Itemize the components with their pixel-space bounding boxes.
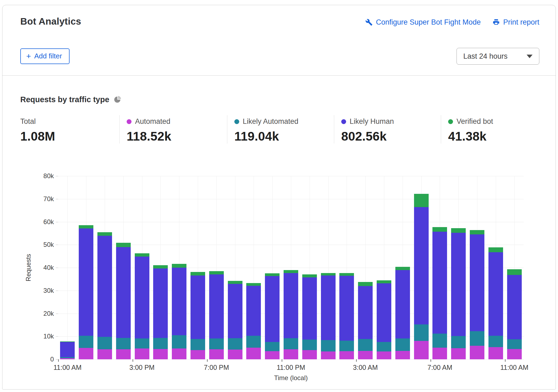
bar-4:00 PM-likely-human	[153, 268, 168, 338]
bar-12:00 AM-verified-bot	[302, 274, 317, 277]
y-tick-label: 60k	[43, 218, 54, 226]
bar-5:00 PM-automated	[172, 348, 186, 359]
bar-5:00 AM-likely-automated	[395, 338, 410, 351]
configure-super-bot-fight-mode-link[interactable]: Configure Super Bot Fight Mode	[365, 18, 481, 26]
bar-11:00 PM-automated	[284, 349, 298, 359]
stat-likely-human-label: Likely Human	[350, 117, 394, 126]
bar-11:00 AM-verified-bot	[60, 341, 75, 342]
y-tick-mark	[56, 245, 58, 245]
bar-12:00 PM-automated	[79, 348, 93, 359]
stat-total-label: Total	[20, 117, 36, 126]
bar-5:00 PM-likely-human	[172, 268, 186, 335]
pie-chart-icon	[114, 96, 121, 103]
bar-1:00 PM-verified-bot	[97, 232, 112, 236]
bar-7:00 AM-automated	[432, 348, 447, 359]
bar-2:00 AM-likely-automated	[339, 341, 354, 351]
card-body: Requests by traffic type Total 1.08M Aut…	[2, 76, 556, 389]
stat-likely-human[interactable]: Likely Human 802.56k	[334, 115, 441, 144]
stat-verified-bot[interactable]: Verified bot 41.38k	[441, 115, 539, 144]
bar-9:00 AM-likely-automated	[470, 331, 484, 346]
stat-total-value: 1.08M	[20, 129, 119, 144]
y-tick-label: 30k	[43, 287, 54, 294]
bar-12:00 PM-likely-human	[79, 228, 93, 336]
bar-3:00 AM-verified-bot	[358, 282, 373, 286]
add-filter-button[interactable]: + Add filter	[20, 48, 70, 64]
bar-10:00 PM-likely-human	[265, 276, 280, 342]
bar-11:00 AM-likely-automated	[507, 339, 522, 349]
bar-11:00 AM-automated	[60, 358, 75, 359]
page-title: Bot Analytics	[20, 16, 81, 27]
bar-8:00 AM-likely-human	[451, 233, 466, 336]
bar-8:00 PM-likely-automated	[228, 338, 242, 350]
likely-human-legend-dot	[341, 119, 346, 124]
x-tick-label: 11:00 AM	[54, 364, 82, 371]
bar-10:00 PM-likely-automated	[265, 342, 280, 351]
bar-7:00 AM-likely-human	[432, 232, 447, 334]
time-range-select[interactable]: Last 24 hours	[457, 48, 539, 65]
bar-7:00 AM-verified-bot	[432, 227, 447, 232]
bar-9:00 PM-likely-automated	[246, 336, 261, 348]
x-tick-mark	[207, 359, 208, 362]
bar-10:00 AM-likely-human	[488, 252, 503, 335]
bar-5:00 PM-likely-automated	[172, 335, 186, 348]
bar-10:00 AM-likely-automated	[488, 336, 503, 347]
x-tick-mark	[133, 359, 133, 362]
x-tick-mark	[356, 359, 357, 362]
bar-12:00 PM-verified-bot	[79, 225, 93, 228]
bar-2:00 PM-verified-bot	[116, 243, 131, 247]
bar-9:00 PM-automated	[246, 348, 261, 359]
stat-likely-automated[interactable]: Likely Automated 119.04k	[227, 115, 334, 144]
bar-2:00 AM-automated	[339, 351, 354, 360]
bar-1:00 PM-automated	[97, 349, 112, 359]
bar-7:00 PM-verified-bot	[209, 271, 224, 275]
bar-5:00 AM-likely-human	[395, 270, 410, 338]
y-tick-label: 0	[50, 356, 54, 363]
bar-2:00 AM-verified-bot	[339, 273, 354, 276]
stat-likely-human-value: 802.56k	[341, 129, 441, 144]
bar-6:00 PM-verified-bot	[191, 272, 205, 275]
gridline-vertical	[67, 176, 68, 359]
bar-1:00 AM-automated	[321, 351, 336, 359]
y-tick-mark	[56, 314, 58, 314]
bar-6:00 AM-likely-automated	[414, 324, 429, 341]
bar-8:00 AM-likely-automated	[451, 336, 466, 348]
bar-9:00 AM-verified-bot	[470, 230, 484, 234]
header-links: Configure Super Bot Fight Mode Print rep…	[365, 18, 539, 26]
bar-3:00 PM-verified-bot	[135, 253, 149, 257]
bot-analytics-card: Bot Analytics Configure Super Bot Fight …	[2, 5, 556, 390]
x-tick-label: 11:00 PM	[277, 364, 305, 371]
bar-8:00 AM-automated	[451, 348, 466, 359]
stat-verified-bot-value: 41.38k	[448, 129, 539, 144]
bar-7:00 PM-likely-human	[209, 274, 224, 338]
stat-automated[interactable]: Automated 118.52k	[119, 115, 227, 144]
y-tick-label: 80k	[43, 172, 54, 180]
y-tick-mark	[56, 268, 58, 268]
y-tick-mark	[56, 176, 58, 176]
bar-11:00 PM-verified-bot	[284, 270, 298, 273]
bar-6:00 PM-likely-automated	[191, 339, 205, 350]
x-tick-mark	[505, 359, 506, 362]
bar-4:00 PM-verified-bot	[153, 265, 168, 269]
bar-3:00 AM-likely-human	[358, 286, 373, 339]
bar-6:00 PM-likely-human	[191, 275, 205, 339]
bar-10:00 PM-verified-bot	[265, 273, 280, 276]
y-tick-label: 20k	[43, 310, 54, 317]
y-tick-mark	[56, 222, 58, 222]
x-tick-mark	[282, 359, 282, 362]
bar-9:00 PM-verified-bot	[246, 283, 261, 286]
bar-10:00 AM-automated	[488, 347, 503, 359]
stat-automated-label: Automated	[135, 117, 170, 126]
bar-4:00 AM-automated	[377, 351, 391, 359]
bar-1:00 AM-likely-human	[321, 275, 336, 340]
bar-11:00 AM-automated	[507, 349, 522, 359]
gridline-horizontal	[58, 359, 524, 360]
bar-3:00 PM-likely-human	[135, 257, 149, 338]
bar-8:00 AM-verified-bot	[451, 228, 466, 233]
bar-3:00 AM-likely-automated	[358, 339, 373, 351]
y-tick-label: 10k	[43, 333, 54, 340]
add-filter-label: Add filter	[34, 52, 62, 60]
print-report-link[interactable]: Print report	[493, 18, 539, 26]
bar-12:00 PM-likely-automated	[79, 336, 93, 348]
bar-3:00 PM-likely-automated	[135, 338, 149, 348]
bar-12:00 AM-likely-automated	[302, 340, 317, 350]
